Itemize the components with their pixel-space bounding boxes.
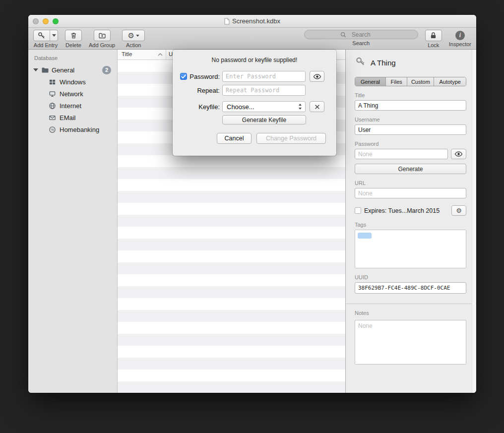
trash-icon: [70, 32, 77, 39]
close-button[interactable]: [33, 18, 39, 24]
sidebar-item-label: Network: [60, 90, 83, 98]
sidebar-item-windows[interactable]: Windows: [28, 76, 117, 88]
entry-count-badge: 2: [102, 66, 111, 74]
expires-checkbox[interactable]: [355, 207, 361, 214]
generate-keyfile-button[interactable]: Generate Keyfile: [222, 115, 306, 124]
toolbar-lock: Lock: [425, 30, 442, 48]
uuid-field[interactable]: [355, 282, 466, 294]
tag-token[interactable]: [358, 233, 372, 239]
inspector-tabs: General Files Custom Autotype: [355, 77, 466, 86]
show-password-button[interactable]: [310, 71, 324, 82]
inspector-button[interactable]: i: [455, 31, 465, 40]
toolbar-search: Search: [304, 30, 418, 46]
homebanking-icon: %: [48, 125, 56, 133]
delete-button[interactable]: [65, 30, 82, 41]
keyfile-row: Keyfile: Choose...: [173, 101, 336, 112]
sidebar-section-header: Database: [28, 54, 117, 64]
search-icon: [340, 32, 346, 38]
tags-field[interactable]: [355, 230, 466, 268]
password-field[interactable]: [355, 149, 448, 159]
keyfile-label: Keyfile:: [198, 103, 220, 111]
expires-settings-button[interactable]: ⚙: [451, 205, 466, 216]
titlebar-title-wrap: Screenshot.kdbx: [28, 17, 476, 25]
keyfile-popup-value: Choose...: [227, 103, 298, 111]
tab-custom[interactable]: Custom: [407, 77, 434, 86]
gear-icon: ⚙: [127, 32, 134, 39]
lock-button[interactable]: [425, 30, 442, 41]
toolbar-inspector: i Inspector: [449, 30, 471, 47]
network-icon: [48, 90, 56, 98]
column-header-title[interactable]: Title: [122, 51, 132, 57]
sidebar-item-label: Windows: [60, 78, 86, 86]
add-group-label: Add Group: [89, 42, 115, 48]
sidebar-item-internet[interactable]: Internet: [28, 100, 117, 112]
dialog-message: No password or keyfile supplied!: [173, 57, 336, 63]
lock-icon: [430, 32, 437, 39]
add-entry-button[interactable]: [33, 30, 58, 41]
minimize-button[interactable]: [43, 18, 49, 24]
add-group-button[interactable]: [94, 30, 111, 41]
title-field-label: Title: [355, 92, 466, 98]
entry-header: A Thing: [355, 56, 466, 69]
chevron-down-icon[interactable]: [50, 30, 58, 41]
sidebar-item-email[interactable]: EMail: [28, 112, 117, 124]
popup-stepper-icon: [298, 103, 302, 110]
key-icon: [355, 57, 366, 68]
tab-files[interactable]: Files: [386, 77, 407, 86]
folder-plus-icon: [98, 32, 106, 40]
password-field-label: Password: [355, 141, 466, 147]
disclosure-triangle-icon[interactable]: [33, 68, 38, 71]
enter-password-input[interactable]: [222, 71, 306, 82]
action-button[interactable]: ⚙: [122, 30, 145, 41]
tab-autotype[interactable]: Autotype: [434, 77, 466, 86]
notes-label: Notes: [355, 310, 466, 316]
generate-password-button[interactable]: Generate: [355, 164, 466, 174]
document-icon: [224, 18, 230, 25]
password-row: Password:: [173, 71, 336, 82]
checkmark-icon: [181, 74, 186, 79]
tab-general[interactable]: General: [355, 77, 386, 86]
folder-icon: [41, 66, 49, 74]
title-field[interactable]: [355, 100, 466, 111]
username-field-label: Username: [355, 117, 466, 123]
change-password-dialog: No password or keyfile supplied! Passwor…: [173, 50, 336, 156]
inspector-scrollbar[interactable]: [472, 50, 476, 393]
show-password-button[interactable]: [451, 149, 466, 159]
clear-keyfile-button[interactable]: [310, 101, 324, 112]
lock-label: Lock: [428, 42, 439, 48]
inspector-panel: A Thing General Files Custom Autotype Ti…: [345, 50, 476, 393]
tags-label: Tags: [355, 222, 466, 228]
keyfile-popup-button[interactable]: Choose...: [222, 101, 306, 112]
sort-ascending-icon: [158, 53, 163, 56]
column-divider[interactable]: [166, 50, 166, 60]
search-field[interactable]: [304, 30, 418, 39]
search-input[interactable]: [305, 30, 418, 39]
password-checkbox[interactable]: [180, 73, 187, 80]
notes-field[interactable]: [355, 320, 466, 365]
url-field[interactable]: [355, 188, 466, 198]
repeat-password-input[interactable]: [222, 85, 306, 96]
url-field-label: URL: [355, 180, 466, 186]
repeat-label: Repeat:: [197, 87, 220, 94]
cancel-button[interactable]: Cancel: [217, 133, 252, 144]
sidebar-item-homebanking[interactable]: % Homebanking: [28, 124, 117, 135]
expires-row: Expires: Tues...March 2015 ⚙: [355, 205, 466, 216]
key-plus-icon: [34, 30, 50, 41]
uuid-label: UUID: [355, 274, 466, 280]
sidebar-item-network[interactable]: Network: [28, 88, 117, 100]
zoom-button[interactable]: [53, 18, 59, 24]
gear-icon: ⚙: [456, 207, 462, 214]
action-label: Action: [126, 42, 141, 48]
titlebar[interactable]: Screenshot.kdbx: [28, 15, 476, 28]
password-label: Password:: [189, 73, 220, 80]
username-field[interactable]: [355, 124, 466, 135]
close-icon: [315, 104, 320, 110]
sidebar-item-label: EMail: [60, 114, 76, 122]
toolbar-add-group: Add Group: [89, 30, 115, 48]
sidebar-item-label: Homebanking: [60, 126, 99, 133]
sidebar-item-label: Internet: [60, 102, 81, 110]
section-divider: [346, 304, 476, 304]
sidebar-item-general[interactable]: General 2: [28, 64, 117, 76]
change-password-button[interactable]: Change Password: [256, 133, 326, 144]
sidebar-item-label: General: [52, 66, 74, 74]
